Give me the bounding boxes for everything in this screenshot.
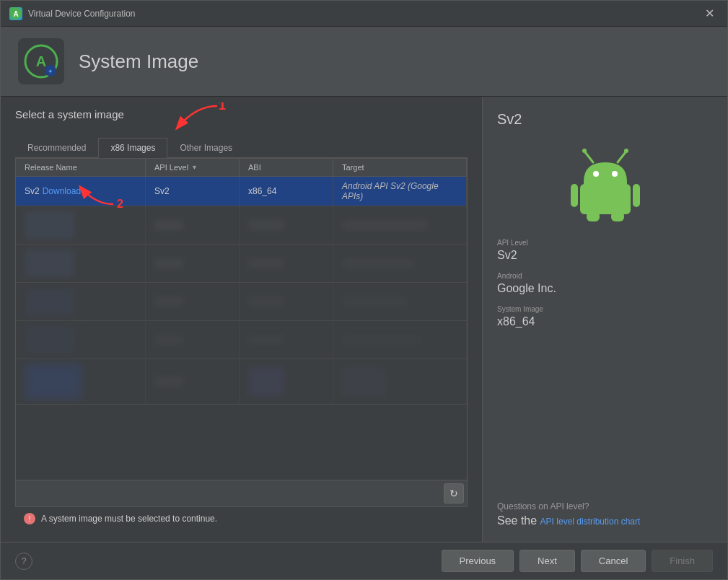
cell-release-name [16,206,146,244]
cell-abi [240,245,333,282]
svg-rect-17 [580,184,631,214]
side-panel-title: Sv2 [497,111,713,128]
api-link-row: See the API level distribution chart [497,514,713,527]
api-level-section: API Level Sv2 [497,239,713,262]
table-row[interactable] [16,283,467,321]
android-label: Android [497,272,713,280]
cell-api-level [146,245,240,282]
header-title: System Image [79,50,198,73]
svg-point-16 [612,171,618,177]
table-header: Release Name API Level ▼ ABI Target [16,159,467,177]
api-help-section: Questions on API level? See the API leve… [497,501,713,527]
android-value: Google Inc. [497,282,713,295]
tab-bar: Recommended x86 Images Other Images [15,138,468,158]
col-api-level[interactable]: API Level ▼ [146,159,240,176]
cell-api-level: Sv2 [146,177,240,206]
col-release-name: Release Name [16,159,146,176]
sort-arrow-icon: ▼ [191,164,198,171]
cell-release-name [16,283,146,320]
finish-button[interactable]: Finish [652,550,713,572]
help-button[interactable]: ? [15,553,32,570]
cell-abi [240,359,333,404]
api-level-value: Sv2 [497,249,713,262]
tab-recommended[interactable]: Recommended [15,138,98,157]
system-image-section: System Image x86_64 [497,305,713,328]
svg-rect-18 [571,184,578,207]
refresh-button[interactable]: ↻ [444,483,464,504]
cell-release-name [16,321,146,359]
warning-bar: ! A system image must be selected to con… [15,507,468,530]
cell-abi [240,321,333,359]
api-question-text: Questions on API level? [497,501,713,511]
svg-point-15 [593,171,599,177]
cell-abi: x86_64 [240,177,333,206]
title-bar: A Virtual Device Configuration ✕ [1,1,727,27]
android-logo-container [497,142,713,221]
cell-release-name [16,359,146,404]
cell-target [333,283,467,320]
table-body: Sv2 Download 2 [16,177,467,480]
cell-api-level [146,206,240,244]
system-image-table: Release Name API Level ▼ ABI Target [15,158,468,507]
warning-text: A system image must be selected to conti… [41,514,217,524]
tab-x86-images[interactable]: x86 Images [98,138,167,158]
svg-text:A: A [36,53,46,69]
virtual-device-config-window: A Virtual Device Configuration ✕ A ✦ Sys… [0,0,728,580]
table-row[interactable] [16,321,467,359]
previous-button[interactable]: Previous [442,550,514,572]
annotation-arrow-2: 2 [74,177,139,209]
col-target: Target [333,159,467,176]
cell-release-name: Sv2 Download 2 [16,177,146,206]
cell-api-level [146,359,240,404]
cell-target: Android API Sv2 (Google APIs) [333,177,467,206]
svg-point-14 [624,149,628,153]
next-button[interactable]: Next [519,550,575,572]
table-bottom-bar: ↻ [16,480,467,506]
table-row[interactable] [16,245,467,283]
footer-button-group: Previous Next Cancel Finish [442,550,713,572]
close-button[interactable]: ✕ [701,5,719,22]
system-image-value: x86_64 [497,315,713,328]
title-bar-text: Virtual Device Configuration [28,9,701,19]
svg-rect-21 [611,211,624,221]
side-panel: Sv2 [482,97,727,542]
cell-api-level [146,321,240,359]
footer: ? Previous Next Cancel Finish [1,542,727,579]
svg-point-12 [582,149,587,153]
download-link[interactable]: Download [43,186,81,196]
header-logo: A ✦ [18,38,64,84]
svg-text:A: A [13,10,18,18]
cell-api-level [146,283,240,320]
svg-line-13 [618,152,626,162]
main-panel: Select a system image 1 Recommended x86 … [1,97,482,542]
table-row[interactable]: Sv2 Download 2 [16,177,467,206]
android-logo [569,142,641,221]
cell-target [333,359,467,404]
cell-abi [240,206,333,244]
cell-target [333,321,467,359]
annotation-arrow-1: 1 [167,102,239,139]
cancel-button[interactable]: Cancel [581,550,646,572]
svg-line-11 [585,152,593,162]
cell-abi [240,283,333,320]
api-distribution-link[interactable]: API level distribution chart [540,517,641,527]
section-title: Select a system image [15,108,124,120]
cell-release-name [16,245,146,282]
system-image-label: System Image [497,305,713,313]
col-abi: ABI [240,159,333,176]
svg-text:1: 1 [219,102,226,113]
cell-target [333,245,467,282]
app-icon: A [9,7,22,20]
api-level-label: API Level [497,239,713,247]
tab-other-images[interactable]: Other Images [167,138,245,157]
table-row[interactable] [16,206,467,245]
svg-text:✦: ✦ [48,68,53,75]
header: A ✦ System Image [1,27,727,97]
warning-icon: ! [24,513,35,524]
content-area: Select a system image 1 Recommended x86 … [1,97,727,542]
table-row[interactable] [16,359,467,405]
see-text: See the [497,514,540,527]
cell-target [333,206,467,244]
svg-rect-19 [633,184,640,207]
svg-rect-20 [587,211,600,221]
